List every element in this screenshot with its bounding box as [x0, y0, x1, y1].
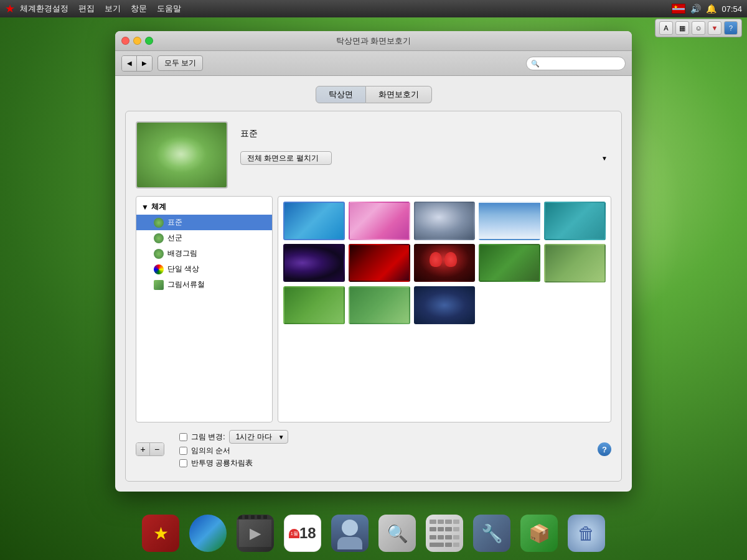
category-icon-solid-color	[154, 264, 164, 274]
apple-star-menu[interactable]: ★	[5, 2, 15, 16]
menu-window[interactable]: 창문	[131, 3, 147, 14]
category-icon-seongun	[154, 233, 164, 243]
menubar-items: 체계환경설정 편집 보기 창문 도움말	[20, 3, 181, 14]
category-item-standard[interactable]: 표준	[136, 215, 272, 230]
alert-icon: 🔔	[706, 4, 716, 14]
category-item-solid-color[interactable]: 단일 색상	[136, 261, 272, 277]
panel-top: 표준 전체 화면으로 펼치기 ▼	[136, 121, 611, 189]
dock-item-star[interactable]: ★	[139, 511, 182, 555]
help-button[interactable]: ?	[598, 442, 611, 456]
wallpaper-thumb-6[interactable]	[349, 244, 410, 282]
wallpaper-thumb-3[interactable]	[479, 202, 540, 240]
panel: 표준 전체 화면으로 펼치기 ▼	[125, 111, 622, 482]
menu-view[interactable]: 보기	[105, 3, 121, 14]
wallpaper-thumb-5[interactable]	[283, 244, 345, 282]
menubar: ★ 체계환경설정 편집 보기 창문 도움말 ★ 🔊 🔔 07:54	[0, 0, 747, 17]
wallpaper-thumb-4[interactable]	[544, 202, 606, 240]
category-item-seongun[interactable]: 선군	[136, 230, 272, 246]
dock-item-calendar[interactable]: 1월 18	[281, 511, 324, 555]
tab-bar: 탁상면 화면보호기	[125, 86, 622, 103]
panel-middle: ▼ 체계 표준 선군	[136, 196, 611, 422]
im-btn-grid[interactable]: ▦	[675, 21, 689, 35]
im-toolbar: A ▦ ☺ ▼ ?	[655, 19, 742, 37]
dock: ★ ▶	[0, 504, 747, 560]
window-toolbar: ◀ ▶ 모두 보기 🔍	[115, 51, 632, 76]
dock-item-trash[interactable]: 🗑	[565, 511, 608, 555]
change-picture-checkbox[interactable]	[179, 433, 187, 441]
tab-screensaver[interactable]: 화면보호기	[366, 86, 432, 103]
category-label-standard: 표준	[167, 217, 182, 228]
window-titlebar: 탁상면과 화면보호기	[115, 31, 632, 51]
search-input[interactable]	[526, 57, 626, 70]
transparent-dock-checkbox[interactable]	[179, 459, 187, 467]
nav-forward-button[interactable]: ▶	[137, 56, 152, 71]
checkboxes-container: 그림 변경: 1시간 마다 ▼ 임의의 순서	[179, 430, 288, 469]
window-close-button[interactable]	[121, 37, 129, 45]
dock-item-video[interactable]: ▶	[233, 511, 277, 555]
category-label-solid-color: 단일 색상	[167, 264, 199, 274]
add-remove-buttons: + −	[136, 442, 164, 456]
tab-desktop[interactable]: 탁상면	[316, 86, 366, 103]
desktop: ★ 체계환경설정 편집 보기 창문 도움말 ★ 🔊 🔔 07:54 A ▦ ☺ …	[0, 0, 747, 560]
checkbox-row-random: 임의의 순서	[179, 446, 288, 456]
transparent-dock-label: 반투명 공룡차림表	[191, 458, 253, 469]
nav-back-button[interactable]: ◀	[122, 56, 137, 71]
im-btn-down[interactable]: ▼	[708, 21, 721, 35]
category-icon-standard	[154, 218, 164, 228]
change-picture-label: 그림 변경:	[191, 432, 225, 442]
wallpaper-thumb-7[interactable]	[414, 244, 476, 282]
im-btn-help[interactable]: ?	[724, 21, 738, 35]
menu-edit[interactable]: 편집	[78, 3, 95, 14]
wallpaper-thumb-12[interactable]	[414, 286, 476, 325]
display-mode-wrapper: 전체 화면으로 펼치기 ▼	[240, 151, 611, 165]
nav-buttons: ◀ ▶	[121, 55, 153, 72]
show-all-button[interactable]: 모두 보기	[157, 55, 203, 71]
wallpaper-grid	[278, 196, 611, 422]
clock: 07:54	[721, 4, 742, 14]
dock-item-browser[interactable]	[186, 511, 230, 555]
wallpaper-thumb-10[interactable]	[283, 286, 345, 325]
category-label-background: 배경그림	[167, 248, 197, 259]
time-dropdown-wrapper: 1시간 마다 ▼	[229, 430, 288, 444]
dock-item-package[interactable]: 📦	[517, 511, 561, 555]
window-maximize-button[interactable]	[145, 37, 153, 45]
calendar-month: 1월	[289, 529, 299, 538]
window-minimize-button[interactable]	[133, 37, 141, 45]
random-order-checkbox[interactable]	[179, 447, 187, 455]
search-icon: 🔍	[531, 59, 540, 67]
menu-system-prefs[interactable]: 체계환경설정	[20, 3, 68, 14]
triangle-icon: ▼	[141, 203, 149, 212]
category-list: ▼ 체계 표준 선군	[136, 196, 273, 422]
wallpaper-thumb-9[interactable]	[544, 244, 606, 282]
category-item-background[interactable]: 배경그림	[136, 246, 272, 261]
checkbox-row-transparent: 반투명 공룡차림表	[179, 458, 288, 469]
display-mode-select[interactable]: 전체 화면으로 펼치기	[240, 151, 332, 165]
wallpaper-thumb-2[interactable]	[414, 202, 476, 240]
menubar-right: ★ 🔊 🔔 07:54	[672, 4, 742, 14]
calendar-date: 18	[299, 525, 316, 542]
random-order-label: 임의의 순서	[191, 446, 230, 456]
im-btn-a[interactable]: A	[659, 21, 673, 35]
dock-item-contacts[interactable]	[328, 511, 372, 555]
add-button[interactable]: +	[136, 443, 150, 455]
category-item-photo-folder[interactable]: 그림서류철	[136, 277, 272, 292]
remove-button[interactable]: −	[150, 443, 164, 455]
dock-item-calculator[interactable]	[423, 511, 466, 555]
panel-bottom-area: + − 그림 변경: 1시간 마다 ▼	[136, 430, 611, 471]
menu-help[interactable]: 도움말	[157, 3, 181, 14]
im-btn-face[interactable]: ☺	[692, 21, 705, 35]
preferences-window: 탁상면과 화면보호기 ◀ ▶ 모두 보기 🔍 탁상면 화면보호기	[115, 31, 632, 492]
category-group-system: ▼ 체계 표준 선군	[136, 197, 272, 295]
checkbox-row-change-picture: 그림 변경: 1시간 마다 ▼	[179, 430, 288, 444]
dock-item-tools[interactable]: 🔧	[470, 511, 514, 555]
wallpaper-thumb-0[interactable]	[283, 202, 345, 240]
wallpaper-thumb-11[interactable]	[349, 286, 410, 325]
search-wrapper: 🔍	[526, 57, 626, 70]
wallpaper-thumb-8[interactable]	[479, 244, 540, 282]
wallpaper-preview	[136, 121, 228, 189]
dock-item-search[interactable]: 🔍	[375, 511, 419, 555]
category-label-photo-folder: 그림서류철	[167, 279, 205, 290]
speaker-icon[interactable]: 🔊	[690, 4, 701, 14]
time-interval-select[interactable]: 1시간 마다	[229, 430, 288, 444]
wallpaper-thumb-1[interactable]	[349, 202, 410, 240]
